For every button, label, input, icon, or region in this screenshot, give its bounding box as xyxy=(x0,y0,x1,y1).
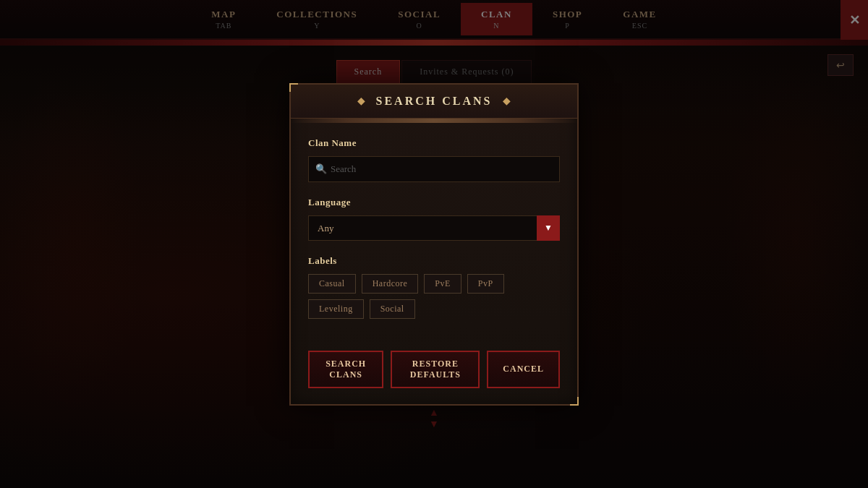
labels-section: Labels CasualHardcorePvEPvPLevelingSocia… xyxy=(308,255,560,319)
search-icon: 🔍 xyxy=(315,163,327,175)
modal-search-button[interactable]: Search Clans xyxy=(308,351,383,388)
label-tag-pvp[interactable]: PvP xyxy=(467,274,504,294)
diamond-right-icon: ◆ xyxy=(503,95,511,107)
language-label: Language xyxy=(308,197,560,208)
clan-name-input[interactable] xyxy=(308,156,560,182)
label-tag-casual[interactable]: Casual xyxy=(308,274,356,294)
search-clans-modal: ◆ SEARCH CLANS ◆ Clan Name 🔍 Language An… xyxy=(289,83,579,406)
modal-cancel-button[interactable]: Cancel xyxy=(487,351,560,388)
labels-grid: CasualHardcorePvEPvPLevelingSocial xyxy=(308,274,560,319)
clan-name-input-wrap: 🔍 xyxy=(308,156,560,182)
label-tag-social[interactable]: Social xyxy=(370,299,415,319)
diamond-left-icon: ◆ xyxy=(357,95,365,107)
language-select[interactable]: AnyEnglishFrenchGermanSpanishPortugueseR… xyxy=(308,215,560,241)
label-tag-hardcore[interactable]: Hardcore xyxy=(362,274,419,294)
labels-label: Labels xyxy=(308,255,560,267)
modal-overlay: ◆ SEARCH CLANS ◆ Clan Name 🔍 Language An… xyxy=(0,0,868,488)
modal-body: Clan Name 🔍 Language AnyEnglishFrenchGer… xyxy=(291,123,577,351)
modal-restore-button[interactable]: Restore Defaults xyxy=(391,351,480,388)
modal-header: ◆ SEARCH CLANS ◆ xyxy=(291,85,577,119)
label-tag-pve[interactable]: PvE xyxy=(424,274,461,294)
clan-name-label: Clan Name xyxy=(308,137,560,149)
modal-footer: Search Clans Restore Defaults Cancel xyxy=(291,351,577,404)
language-wrap: AnyEnglishFrenchGermanSpanishPortugueseR… xyxy=(308,215,560,241)
label-tag-leveling[interactable]: Leveling xyxy=(308,299,364,319)
modal-title: SEARCH CLANS xyxy=(376,95,493,108)
modal-ornament xyxy=(291,119,577,123)
